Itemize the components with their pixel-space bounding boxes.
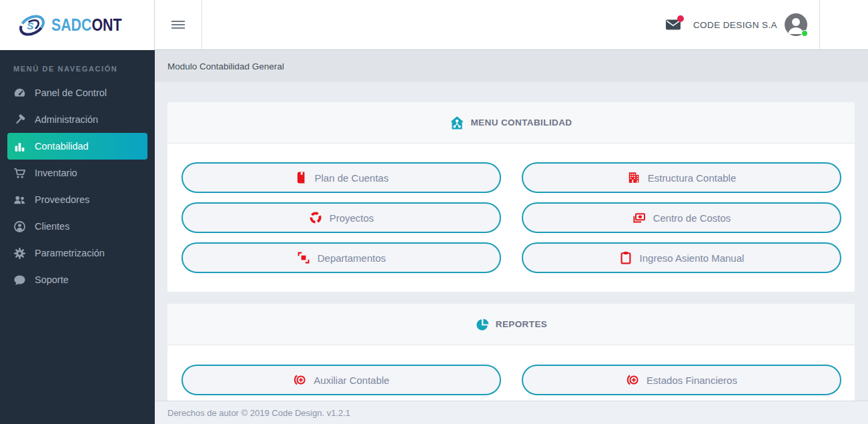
menu-button-proyectos[interactable]: Proyectos bbox=[181, 202, 501, 233]
chat-icon bbox=[13, 274, 26, 286]
sidebar-item-label: Panel de Control bbox=[35, 87, 107, 98]
sidebar-item-clientes[interactable]: Clientes bbox=[0, 213, 155, 240]
sidebar-item-label: Administración bbox=[35, 114, 98, 125]
sidebar-item-panel-de-control[interactable]: Panel de Control bbox=[0, 79, 155, 106]
sidebar-item-inventario[interactable]: Inventario bbox=[0, 160, 155, 186]
sadcont-swirl-icon: S bbox=[17, 11, 47, 39]
circle-plus-icon bbox=[293, 373, 306, 387]
brand-logo[interactable]: S SADCONT bbox=[0, 0, 155, 50]
sidebar-item-label: Soporte bbox=[35, 274, 69, 285]
button-label: Plan de Cuentas bbox=[315, 172, 389, 184]
card-title: REPORTES bbox=[496, 319, 547, 329]
card-reportes: REPORTES Auxiliar Contable Estados Finan… bbox=[167, 304, 855, 402]
gauge-icon bbox=[13, 87, 26, 99]
sidebar: MENÚ DE NAVEGACIÓN Panel de Control Admi… bbox=[0, 50, 155, 424]
main-content: MENU CONTABILIDAD Plan de Cuentas Estruc… bbox=[155, 82, 868, 424]
button-label: Ingreso Asiento Manual bbox=[640, 252, 745, 264]
sidebar-item-administracion[interactable]: Administración bbox=[0, 106, 155, 133]
company-name: CODE DESIGN S.A bbox=[693, 20, 777, 30]
gear-icon bbox=[13, 247, 26, 260]
card-header: REPORTES bbox=[167, 304, 855, 345]
card-title: MENU CONTABILIDAD bbox=[470, 118, 572, 128]
card-header: MENU CONTABILIDAD bbox=[167, 102, 855, 144]
sidebar-item-contabilidad[interactable]: Contabilidad bbox=[7, 133, 147, 160]
circle-plus-icon bbox=[626, 373, 639, 387]
footer: Derechos de autor © 2019 Code Design. v1… bbox=[155, 401, 868, 424]
book-icon bbox=[294, 171, 308, 184]
menu-button-estructura-contable[interactable]: Estructura Contable bbox=[522, 162, 841, 193]
home-network-icon bbox=[450, 116, 464, 130]
button-label: Estructura Contable bbox=[648, 172, 737, 184]
hammer-icon bbox=[13, 114, 26, 126]
hamburger-icon bbox=[171, 19, 185, 31]
cart-icon bbox=[13, 167, 26, 180]
card-body: Plan de Cuentas Estructura Contable Proy… bbox=[167, 144, 855, 292]
topbar: CODE DESIGN S.A bbox=[155, 0, 868, 50]
menu-button-ingreso-asiento-manual[interactable]: Ingreso Asiento Manual bbox=[522, 242, 841, 273]
button-label: Auxiliar Contable bbox=[314, 375, 389, 386]
button-label: Proyectos bbox=[330, 212, 374, 224]
menu-button-departamentos[interactable]: Departamentos bbox=[181, 242, 501, 273]
user-menu-button[interactable] bbox=[785, 13, 807, 36]
sidebar-item-proveedores[interactable]: Proveedores bbox=[0, 186, 155, 213]
sidebar-item-label: Parametrización bbox=[35, 248, 105, 258]
brand-name: SADCONT bbox=[51, 15, 121, 35]
notification-dot bbox=[677, 15, 684, 22]
report-button-auxiliar-contable[interactable]: Auxiliar Contable bbox=[181, 365, 501, 395]
sidebar-item-label: Contabilidad bbox=[35, 141, 89, 152]
user-circle-icon bbox=[13, 220, 26, 233]
menu-button-centro-de-costos[interactable]: Centro de Costos bbox=[522, 202, 841, 233]
sidebar-item-label: Clientes bbox=[35, 221, 69, 232]
squares-icon bbox=[297, 251, 310, 264]
menu-button-plan-de-cuentas[interactable]: Plan de Cuentas bbox=[181, 162, 501, 193]
money-icon bbox=[632, 211, 646, 224]
svg-text:S: S bbox=[27, 19, 35, 31]
user-area: CODE DESIGN S.A bbox=[665, 0, 807, 49]
sidebar-item-label: Inventario bbox=[35, 168, 77, 178]
users-icon bbox=[13, 194, 26, 206]
sidebar-item-label: Proveedores bbox=[35, 194, 89, 205]
bar-chart-icon bbox=[13, 140, 26, 153]
sidebar-section-label: MENÚ DE NAVEGACIÓN bbox=[0, 50, 155, 79]
card-body: Auxiliar Contable Estados Financieros bbox=[167, 345, 855, 402]
clipboard-icon bbox=[619, 251, 632, 264]
breadcrumb: Modulo Contabilidad General bbox=[155, 50, 868, 82]
card-menu-contabilidad: MENU CONTABILIDAD Plan de Cuentas Estruc… bbox=[167, 102, 855, 292]
sidebar-toggle-button[interactable] bbox=[155, 0, 202, 49]
messages-button[interactable] bbox=[665, 19, 681, 31]
ring-icon bbox=[309, 211, 322, 224]
topbar-divider bbox=[819, 0, 820, 49]
button-label: Departamentos bbox=[318, 252, 386, 264]
app-window: S SADCONT MENÚ DE NAVEGACIÓN Panel de Co… bbox=[0, 0, 868, 424]
sidebar-item-parametrizacion[interactable]: Parametrización bbox=[0, 240, 155, 266]
button-label: Estados Financieros bbox=[646, 375, 737, 386]
sidebar-item-soporte[interactable]: Soporte bbox=[0, 266, 155, 293]
report-button-estados-financieros[interactable]: Estados Financieros bbox=[522, 365, 841, 395]
button-label: Centro de Costos bbox=[653, 212, 731, 224]
online-status-dot bbox=[801, 30, 808, 37]
pie-chart-icon bbox=[475, 317, 490, 332]
copyright-text: Derechos de autor © 2019 Code Design. v1… bbox=[167, 408, 350, 418]
building-icon bbox=[627, 171, 640, 184]
page-title: Modulo Contabilidad General bbox=[167, 61, 284, 71]
